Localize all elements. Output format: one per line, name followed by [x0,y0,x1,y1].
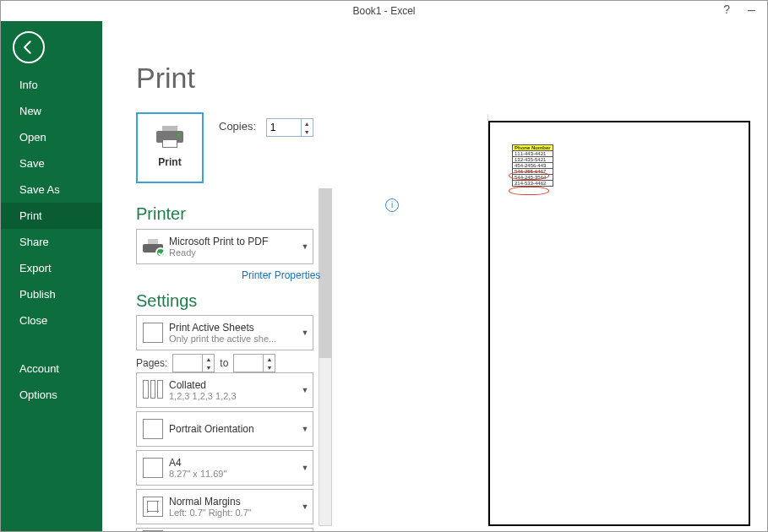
preview-cell: 544-245-3564 [513,175,553,181]
margins-sub: Left: 0.7" Right: 0.7" [169,508,297,518]
pages-row: Pages: ▲▼ to ▲▼ [136,354,275,372]
pages-label: Pages: [136,357,167,369]
chevron-down-icon: ▼ [297,464,313,472]
print-button-label: Print [138,156,202,168]
paper-size-dropdown[interactable]: A4 8.27" x 11.69" ▼ [136,450,313,486]
copies-spin[interactable]: ▲ ▼ [266,118,313,137]
scrollbar-thumb[interactable] [319,189,331,358]
settings-scrollbar[interactable] [319,188,332,526]
printer-ready-icon [137,230,169,263]
settings-section-title: Settings [136,291,197,311]
print-button[interactable]: Print [136,112,204,183]
copies-input[interactable] [267,119,301,136]
sidebar-item-print[interactable]: Print [1,203,102,229]
spin-down-icon[interactable]: ▼ [203,363,214,372]
preview-cell: 546-255-6467 [513,169,553,175]
collate-icon [137,373,169,407]
collate-label: Collated [169,379,297,391]
sidebar-item-open[interactable]: Open [1,124,102,150]
pages-from-input[interactable] [173,355,202,372]
preview-table: Phone Number 111-443-4421 132-435-5421 4… [512,144,553,187]
sidebar-item-close[interactable]: Close [1,307,102,334]
spin-up-icon[interactable]: ▲ [203,355,214,363]
scaling-dropdown[interactable]: No Scaling ▼ [136,528,313,532]
sidebar-item-new[interactable]: New [1,98,102,124]
backstage-sidebar: Info New Open Save Save As Print Share E… [1,21,102,531]
sidebar-item-options[interactable]: Options [1,382,102,408]
chevron-down-icon: ▼ [297,386,313,394]
titlebar: Book1 - Excel ? – [1,1,767,21]
spin-up-icon[interactable]: ▲ [264,355,275,363]
sheets-icon [137,316,169,350]
paper-sub: 8.27" x 11.69" [169,469,297,479]
sidebar-item-publish[interactable]: Publish [1,281,102,307]
printer-properties-link[interactable]: Printer Properties [242,269,320,281]
pages-from[interactable]: ▲▼ [172,354,215,372]
margins-icon [137,490,169,524]
info-icon[interactable]: i [385,198,399,212]
pages-to[interactable]: ▲▼ [233,354,275,372]
help-icon[interactable]: ? [723,3,730,16]
printer-icon [155,122,185,148]
printer-section-title: Printer [136,204,186,224]
arrow-left-icon [20,39,37,56]
scaling-icon [137,529,169,532]
printer-status: Ready [169,247,297,258]
sidebar-item-export[interactable]: Export [1,255,102,281]
printer-device: Microsoft Print to PDF [169,236,297,247]
chevron-down-icon: ▼ [297,502,313,511]
chevron-down-icon: ▼ [297,328,313,337]
preview-cell: 454-2456-443 [513,163,553,169]
portrait-icon [137,412,169,446]
margins-label: Normal Margins [169,496,297,508]
paper-label: A4 [169,457,297,469]
spin-down-icon[interactable]: ▼ [264,363,275,372]
window-title: Book1 - Excel [352,1,415,21]
collate-sub: 1,2,3 1,2,3 1,2,3 [169,391,297,401]
sidebar-item-save[interactable]: Save [1,150,102,176]
paper-icon [137,451,169,485]
copies-label: Copies: [219,120,256,133]
orientation-label: Portrait Orientation [169,423,297,435]
sidebar-item-saveas[interactable]: Save As [1,176,102,203]
annotation-circle [509,187,549,195]
collate-dropdown[interactable]: Collated 1,2,3 1,2,3 1,2,3 ▼ [136,372,313,408]
chevron-down-icon: ▼ [297,425,313,433]
print-preview: Phone Number 111-443-4421 132-435-5421 4… [488,121,750,526]
copies-row: Copies: ▲ ▼ [219,118,313,137]
printer-dropdown[interactable]: Microsoft Print to PDF Ready ▼ [136,229,313,264]
preview-cell: 111-443-4421 [513,151,553,157]
orientation-dropdown[interactable]: Portrait Orientation ▼ [136,411,313,447]
sidebar-item-share[interactable]: Share [1,229,102,255]
margins-dropdown[interactable]: Normal Margins Left: 0.7" Right: 0.7" ▼ [136,489,313,524]
print-what-dropdown[interactable]: Print Active Sheets Only print the activ… [136,315,313,350]
preview-header: Phone Number [513,145,553,151]
print-what-label: Print Active Sheets [169,322,297,334]
sidebar-item-account[interactable]: Account [1,356,102,382]
print-what-sub: Only print the active she... [169,334,297,344]
sidebar-item-info[interactable]: Info [1,72,102,98]
print-page: Print Print Copies: ▲ ▼ Printer i [102,21,767,531]
preview-cell: 132-435-5421 [513,157,553,163]
preview-cell: 214-533-4462 [513,181,553,187]
copies-up-icon[interactable]: ▲ [302,119,313,128]
pages-to-input[interactable] [234,355,263,372]
pages-to-label: to [220,357,228,369]
chevron-down-icon: ▼ [297,242,313,251]
page-title: Print [136,62,195,95]
minimize-icon[interactable]: – [748,3,755,18]
copies-down-icon[interactable]: ▼ [302,128,313,136]
back-button[interactable] [13,31,45,63]
